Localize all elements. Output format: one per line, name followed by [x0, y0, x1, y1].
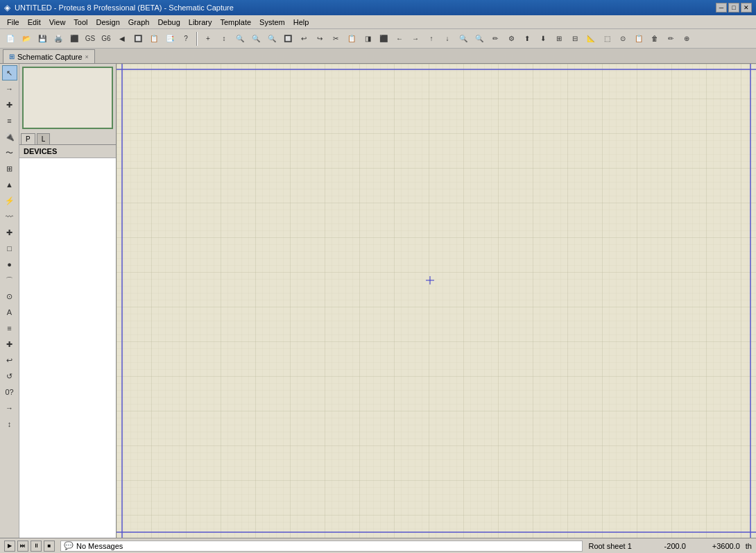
play-button[interactable]: ▶	[4, 541, 15, 552]
tool-btn-3[interactable]: ≡	[2, 113, 17, 128]
tool-btn-2[interactable]: ✚	[2, 97, 17, 112]
toolbar2-btn-7[interactable]: ↪	[312, 31, 327, 46]
menu-item-graph[interactable]: Graph	[124, 17, 154, 28]
toolbar1-btn-11[interactable]: ?	[178, 31, 194, 46]
toolbar2-btn-19[interactable]: ⚙	[504, 31, 519, 46]
toolbar2-btn-17[interactable]: 🔍	[472, 31, 487, 46]
tool-btn-17[interactable]: ✚	[2, 337, 17, 352]
toolbar2-btn-14[interactable]: ↑	[424, 31, 439, 46]
tool-btn-14[interactable]: ⊙	[2, 289, 17, 304]
toolbar1-btn-10[interactable]: 📑	[162, 31, 178, 46]
menu-bar: FileEditViewToolDesignGraphDebugLibraryT…	[0, 15, 756, 29]
toolbar2-btn-23[interactable]: ⊟	[567, 31, 583, 46]
toolbar1-btn-6[interactable]: G6	[98, 31, 114, 46]
toolbar2-btn-28[interactable]: 🗑	[647, 31, 662, 46]
toolbar1-btn-5[interactable]: GS	[83, 31, 98, 46]
menu-item-view[interactable]: View	[45, 17, 70, 28]
toolbar1-btn-4[interactable]: ⬛	[67, 31, 82, 46]
toolbar2-btn-24[interactable]: 📐	[583, 31, 599, 46]
devices-list[interactable]	[19, 158, 116, 538]
minimize-button[interactable]: ─	[716, 3, 727, 12]
toolbar2-btn-12[interactable]: ←	[392, 31, 407, 46]
menu-item-system[interactable]: System	[255, 17, 289, 28]
menu-item-design[interactable]: Design	[92, 17, 124, 28]
close-button[interactable]: ✕	[741, 3, 752, 12]
main-area: ↖→✚≡🔌〜⊞▲⚡〰✚□●⌒⊙A≡✚↩↺0?→↕ P L DEVICES	[0, 64, 756, 538]
toolbar2-btn-18[interactable]: ✏	[488, 31, 503, 46]
toolbar2-btn-27[interactable]: 📋	[631, 31, 646, 46]
toolbar2-btn-20[interactable]: ⬆	[519, 31, 535, 46]
toolbar1-btn-2[interactable]: 💾	[35, 31, 50, 46]
y-coordinate: +3600.0	[691, 542, 740, 550]
tool-btn-15[interactable]: A	[2, 305, 17, 320]
toolbar1-btn-1[interactable]: 📂	[19, 31, 34, 46]
menu-item-debug[interactable]: Debug	[153, 17, 184, 28]
menu-item-file[interactable]: File	[3, 17, 24, 28]
stop-button[interactable]: ■	[44, 541, 55, 552]
toolbar2-btn-29[interactable]: ✏	[663, 31, 678, 46]
menu-item-help[interactable]: Help	[289, 17, 313, 28]
toolbar2-btn-30[interactable]: ⊕	[679, 31, 694, 46]
maximize-button[interactable]: □	[728, 3, 739, 12]
toolbar2-btn-0[interactable]: +	[200, 31, 216, 46]
message-text: No Messages	[76, 542, 123, 550]
tab-icon: ⊞	[9, 53, 15, 60]
toolbar2-btn-9[interactable]: 📋	[344, 31, 359, 46]
tool-btn-0[interactable]: ↖	[2, 65, 17, 80]
toolbar2-btn-6[interactable]: ↩	[296, 31, 311, 46]
title-bar: ◈ UNTITLED - Proteus 8 Professional (BET…	[0, 0, 756, 15]
tool-btn-19[interactable]: ↺	[2, 368, 17, 384]
tool-btn-22[interactable]: ↕	[2, 416, 17, 432]
toolbar2-btn-16[interactable]: 🔍	[456, 31, 471, 46]
menu-item-tool[interactable]: Tool	[69, 17, 92, 28]
status-extra: th	[746, 542, 752, 550]
tool-btn-7[interactable]: ▲	[2, 177, 17, 192]
tool-btn-4[interactable]: 🔌	[2, 129, 17, 144]
toolbar2-btn-25[interactable]: ⬚	[599, 31, 615, 46]
tool-btn-6[interactable]: ⊞	[2, 161, 17, 176]
toolbar2-btn-26[interactable]: ⊙	[615, 31, 630, 46]
menu-item-template[interactable]: Template	[216, 17, 255, 28]
pause-button[interactable]: ⏸	[31, 541, 42, 552]
title-bar-left: ◈ UNTITLED - Proteus 8 Professional (BET…	[4, 3, 234, 12]
tool-btn-12[interactable]: ●	[2, 257, 17, 272]
toolbar2-btn-11[interactable]: ⬛	[376, 31, 391, 46]
title-bar-controls[interactable]: ─ □ ✕	[716, 3, 752, 12]
toolbar2-btn-4[interactable]: 🔍	[264, 31, 280, 46]
menu-item-library[interactable]: Library	[184, 17, 216, 28]
tool-btn-10[interactable]: ✚	[2, 225, 17, 240]
schematic-canvas[interactable]	[117, 64, 756, 538]
step-button[interactable]: ⏭	[17, 541, 28, 552]
toolbar2-btn-3[interactable]: 🔍	[248, 31, 264, 46]
toolbar1-btn-3[interactable]: 🖨️	[51, 31, 66, 46]
tool-btn-8[interactable]: ⚡	[2, 193, 17, 208]
schematic-capture-tab[interactable]: ⊞ Schematic Capture ×	[3, 49, 95, 63]
panel-tab-l[interactable]: L	[37, 133, 51, 144]
tool-btn-13[interactable]: ⌒	[2, 273, 17, 288]
toolbar2-btn-1[interactable]: ↕	[216, 31, 232, 46]
toolbar2-btn-10[interactable]: ◨	[360, 31, 375, 46]
tool-btn-11[interactable]: □	[2, 241, 17, 256]
tool-btn-16[interactable]: ≡	[2, 321, 17, 336]
grid-svg	[117, 64, 756, 538]
panel-tab-p[interactable]: P	[21, 133, 35, 144]
toolbar2-btn-13[interactable]: →	[408, 31, 423, 46]
toolbar1-btn-8[interactable]: 🔲	[130, 31, 146, 46]
tool-btn-5[interactable]: 〜	[2, 145, 17, 160]
toolbar2-btn-8[interactable]: ✂	[328, 31, 343, 46]
toolbar1-btn-7[interactable]: ◀	[114, 31, 130, 46]
tool-btn-1[interactable]: →	[2, 81, 17, 96]
toolbar2-btn-15[interactable]: ↓	[440, 31, 455, 46]
toolbar2-btn-5[interactable]: 🔲	[280, 31, 295, 46]
tool-btn-9[interactable]: 〰	[2, 209, 17, 224]
toolbar2-btn-22[interactable]: ⊞	[551, 31, 567, 46]
tool-btn-18[interactable]: ↩	[2, 352, 17, 368]
toolbar2-btn-21[interactable]: ⬇	[535, 31, 551, 46]
tool-btn-21[interactable]: →	[2, 400, 17, 416]
toolbar1-btn-0[interactable]: 📄	[3, 31, 18, 46]
menu-item-edit[interactable]: Edit	[24, 17, 45, 28]
tool-btn-20[interactable]: 0?	[2, 384, 17, 400]
tab-close-button[interactable]: ×	[85, 53, 89, 60]
toolbar1-btn-9[interactable]: 📋	[146, 31, 162, 46]
toolbar2-btn-2[interactable]: 🔍	[232, 31, 248, 46]
